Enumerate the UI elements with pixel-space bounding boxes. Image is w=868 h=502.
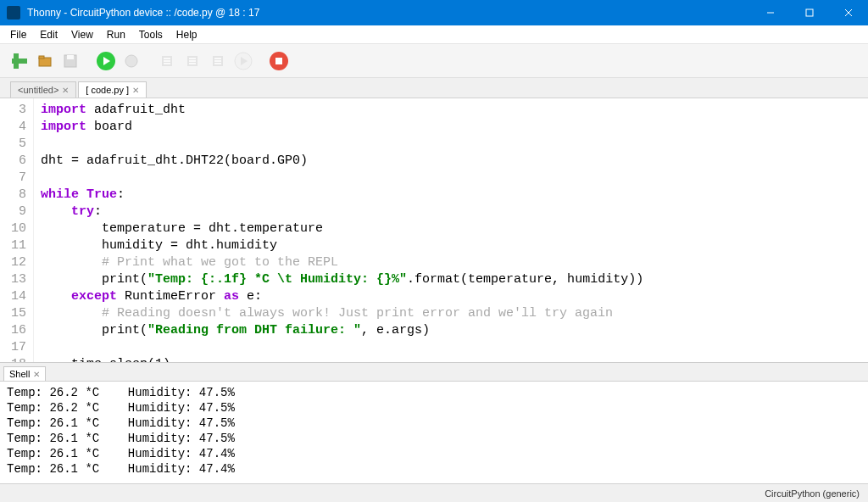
menu-run[interactable]: Run [100,27,132,42]
svg-point-12 [125,55,137,67]
step-into-button[interactable] [181,50,203,72]
svg-rect-18 [189,58,196,59]
shell-tab-label: Shell [9,369,30,379]
stop-button[interactable] [268,50,290,72]
close-button[interactable] [829,0,868,25]
code-area[interactable]: import adafruit_dhtimport board dht = ad… [34,98,868,362]
close-icon[interactable]: ✕ [33,370,40,379]
svg-rect-24 [214,63,221,64]
svg-rect-19 [189,60,196,62]
app-icon [7,6,20,20]
svg-rect-14 [164,58,170,59]
menu-file[interactable]: File [3,27,33,42]
tab-untitled[interactable]: <untitled> ✕ [10,81,76,98]
minimize-button[interactable] [751,0,790,25]
step-over-button[interactable] [156,50,178,72]
toolbar [0,44,868,78]
svg-rect-23 [214,60,221,62]
backend-status[interactable]: CircuitPython (generic) [765,488,860,499]
close-icon[interactable]: ✕ [62,86,69,95]
shell-output[interactable]: Temp: 26.2 *C Humidity: 47.5%Temp: 26.2 … [0,382,868,483]
maximize-button[interactable] [790,0,829,25]
menu-tools[interactable]: Tools [132,27,170,42]
tab-code-py[interactable]: [ code.py ] ✕ [78,81,147,98]
open-file-button[interactable] [34,50,56,72]
new-file-button[interactable] [8,50,31,72]
svg-rect-16 [164,63,170,64]
tab-label: [ code.py ] [86,85,129,95]
menubar: File Edit View Run Tools Help [0,25,868,44]
debug-button[interactable] [120,50,142,72]
close-icon[interactable]: ✕ [132,86,139,95]
shell-tab[interactable]: Shell ✕ [3,366,46,381]
svg-rect-22 [214,58,221,59]
svg-rect-5 [12,59,27,64]
run-button[interactable] [95,50,117,72]
step-out-button[interactable] [207,50,229,72]
tab-label: <untitled> [18,85,58,95]
svg-rect-15 [164,60,170,62]
svg-rect-1 [806,9,813,16]
menu-help[interactable]: Help [170,27,204,42]
save-file-button[interactable] [59,50,81,72]
menu-edit[interactable]: Edit [33,27,64,42]
line-number-gutter: 3456789101112131415161718 [0,98,34,362]
code-editor[interactable]: 3456789101112131415161718 import adafrui… [0,98,868,363]
svg-rect-9 [67,55,74,59]
window-title: Thonny - CircuitPython device :: /code.p… [27,7,751,19]
window-titlebar: Thonny - CircuitPython device :: /code.p… [0,0,868,25]
resume-button[interactable] [232,50,254,72]
svg-rect-7 [39,56,44,59]
statusbar: CircuitPython (generic) [0,483,868,502]
editor-tabs: <untitled> ✕ [ code.py ] ✕ [0,78,868,98]
svg-rect-20 [189,63,196,64]
shell-tab-row: Shell ✕ [0,363,868,382]
menu-view[interactable]: View [64,27,100,42]
svg-rect-28 [275,58,282,64]
window-controls [751,0,868,25]
